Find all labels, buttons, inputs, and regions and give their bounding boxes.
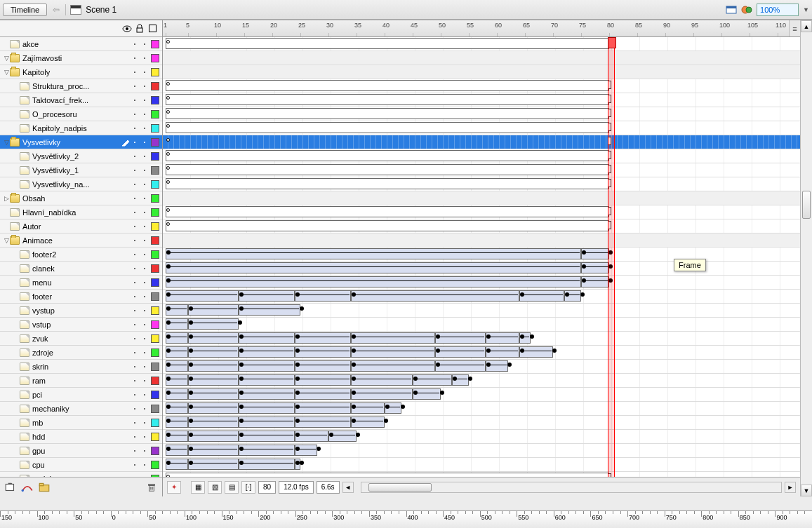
layer-row[interactable]: Autor•• [0, 219, 162, 233]
outline-color-swatch[interactable] [151, 306, 159, 315]
layer-row[interactable]: O_procesoru•• [0, 107, 162, 121]
visibility-toggle[interactable]: • [130, 462, 140, 467]
visibility-toggle[interactable]: • [130, 154, 140, 158]
layer-folder[interactable]: ▽Animace•• [0, 233, 162, 248]
track-row[interactable] [163, 135, 800, 149]
layer-row[interactable]: zdroje•• [0, 346, 162, 360]
layer-row[interactable]: Taktovací_frek...•• [0, 93, 162, 107]
lock-toggle[interactable]: • [140, 69, 149, 74]
outline-color-swatch[interactable] [151, 447, 159, 455]
lock-toggle[interactable]: • [140, 224, 149, 229]
outline-all-icon[interactable] [147, 23, 158, 34]
lock-toggle[interactable]: • [140, 476, 149, 477]
track-row[interactable] [163, 290, 800, 304]
layer-row[interactable]: Vysvetlivky_na...•• [0, 177, 162, 191]
layer-row[interactable]: Struktura_proc...•• [0, 79, 162, 93]
lock-toggle[interactable]: • [140, 238, 149, 243]
visibility-toggle[interactable]: • [130, 476, 140, 477]
visibility-toggle[interactable]: • [130, 238, 140, 243]
track-row[interactable] [163, 402, 800, 416]
lock-toggle[interactable]: • [140, 364, 149, 369]
outline-color-swatch[interactable] [151, 461, 159, 469]
track-row[interactable] [163, 177, 800, 191]
vscroll-up-icon[interactable]: ▲ [801, 20, 812, 32]
outline-color-swatch[interactable] [151, 180, 159, 189]
hscroll-right-icon[interactable]: ► [785, 482, 796, 493]
lock-toggle[interactable]: • [140, 55, 149, 60]
visibility-toggle[interactable]: • [130, 364, 140, 369]
outline-color-swatch[interactable] [151, 124, 159, 133]
outline-color-swatch[interactable] [151, 54, 159, 62]
outline-color-swatch[interactable] [151, 320, 159, 329]
center-frame-icon[interactable]: ✦ [167, 481, 181, 494]
edit-symbols-icon[interactable] [741, 4, 752, 15]
lock-toggle[interactable]: • [140, 266, 149, 271]
track-row[interactable] [163, 346, 800, 360]
visibility-toggle[interactable]: • [130, 69, 140, 74]
outline-color-swatch[interactable] [151, 194, 159, 203]
track-row[interactable] [163, 51, 800, 65]
outline-color-swatch[interactable] [151, 166, 159, 175]
folder-toggle-icon[interactable]: ▽ [3, 139, 10, 146]
track-row[interactable] [163, 37, 800, 51]
track-row[interactable] [163, 374, 800, 388]
layer-row[interactable]: zvuk•• [0, 332, 162, 346]
layer-row[interactable]: gpu•• [0, 444, 162, 458]
outline-color-swatch[interactable] [151, 278, 159, 287]
hscroll-left-icon[interactable]: ◄ [342, 482, 354, 493]
track-row[interactable] [163, 332, 800, 346]
track-row[interactable] [163, 458, 800, 472]
current-frame-field[interactable]: 80 [258, 481, 276, 494]
track-row[interactable] [163, 191, 800, 205]
lock-toggle[interactable]: • [140, 336, 149, 341]
visibility-toggle[interactable]: • [130, 308, 140, 313]
outline-color-swatch[interactable] [151, 475, 159, 478]
visibility-toggle[interactable]: • [130, 55, 140, 60]
lock-toggle[interactable]: • [140, 420, 149, 425]
visibility-toggle[interactable]: • [130, 97, 140, 102]
track-row[interactable] [163, 121, 800, 135]
onion-skin-icon[interactable]: ▦ [191, 481, 205, 494]
new-motion-guide-icon[interactable] [21, 482, 34, 493]
track-row[interactable] [163, 149, 800, 163]
visibility-toggle[interactable]: • [130, 196, 140, 201]
layer-row[interactable]: mechaniky•• [0, 402, 162, 416]
visibility-toggle[interactable]: • [130, 350, 140, 355]
layer-row[interactable]: Vysvětlivky_2•• [0, 149, 162, 163]
outline-color-swatch[interactable] [151, 82, 159, 90]
lock-toggle[interactable]: • [140, 196, 149, 201]
track-row[interactable] [163, 65, 800, 79]
lock-all-icon[interactable] [134, 23, 145, 34]
lock-toggle[interactable]: • [140, 83, 149, 88]
track-row[interactable] [163, 219, 800, 233]
outline-color-swatch[interactable] [151, 348, 159, 357]
visibility-toggle[interactable]: • [130, 420, 140, 425]
visibility-toggle[interactable]: • [130, 392, 140, 397]
outline-color-swatch[interactable] [151, 110, 159, 119]
track-row[interactable] [163, 276, 800, 290]
outline-color-swatch[interactable] [151, 377, 159, 385]
folder-toggle-icon[interactable]: ▽ [3, 237, 10, 244]
visibility-toggle[interactable]: • [130, 378, 140, 383]
track-row[interactable] [163, 304, 800, 318]
layer-row[interactable]: Kapitoly_nadpis•• [0, 121, 162, 135]
visibility-toggle[interactable]: • [130, 111, 140, 116]
lock-toggle[interactable]: • [140, 182, 149, 187]
visibility-toggle[interactable]: • [130, 126, 140, 130]
layer-row[interactable]: Vysvětlivky_1•• [0, 163, 162, 177]
layer-row[interactable]: Hlavní_nabídka•• [0, 205, 162, 219]
folder-toggle-icon[interactable]: ▽ [3, 55, 10, 62]
visibility-toggle[interactable]: • [130, 140, 140, 144]
tracks-area[interactable]: Frame [163, 37, 800, 477]
nav-back-icon[interactable]: ⇦ [51, 5, 61, 15]
layer-folder[interactable]: ▷Obsah•• [0, 191, 162, 205]
visibility-toggle[interactable]: • [130, 168, 140, 172]
lock-toggle[interactable]: • [140, 448, 149, 453]
lock-toggle[interactable]: • [140, 392, 149, 397]
track-row[interactable] [163, 79, 800, 93]
lock-toggle[interactable]: • [140, 97, 149, 102]
layer-row[interactable]: mb•• [0, 416, 162, 430]
layer-row[interactable]: ram•• [0, 374, 162, 388]
visibility-toggle[interactable]: • [130, 210, 140, 215]
lock-toggle[interactable]: • [140, 111, 149, 116]
